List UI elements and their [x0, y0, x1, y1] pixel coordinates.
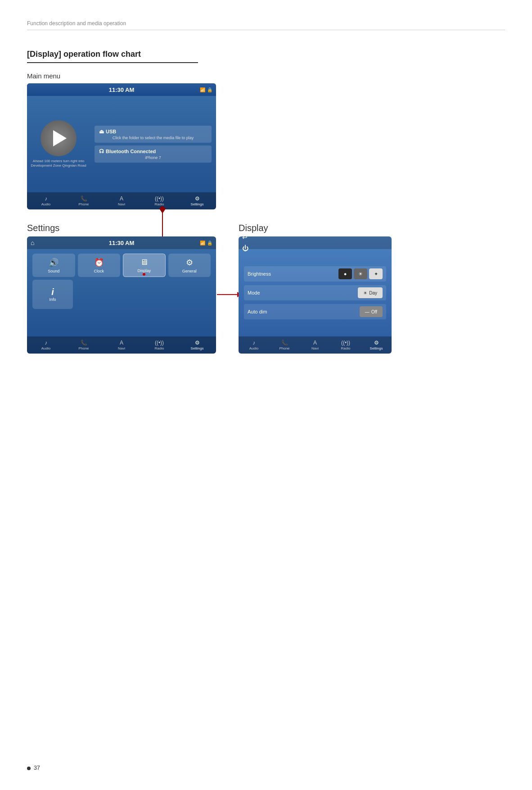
settings-label: Settings: [191, 202, 204, 206]
label-display: Display: [239, 223, 268, 233]
power-button[interactable]: ⏻: [242, 245, 248, 252]
settings-topbar-icons: 📶 🔒: [200, 241, 212, 245]
d-audio-icon: ♪: [252, 340, 255, 346]
general-label: General: [182, 269, 197, 273]
nav-audio[interactable]: ♪ Audio: [27, 195, 65, 206]
brightness-buttons: ● ☀ ✦: [338, 268, 383, 279]
brightness-mid-btn[interactable]: ☀: [354, 268, 367, 279]
arrow-line: [217, 294, 237, 295]
s-phone-label: Phone: [78, 346, 89, 350]
topbar-icons: 📶 🔒: [200, 87, 212, 92]
main-navbar: ♪ Audio 📞 Phone A Navi ((•)) Radio ⚙ Set…: [27, 192, 216, 209]
auto-dim-value: Off: [371, 309, 377, 314]
info-label: Info: [49, 297, 56, 302]
usb-info-box: ⏏ USB Click the folder to select the med…: [95, 126, 212, 143]
settings-display-btn[interactable]: 🖥 Display: [123, 254, 166, 277]
s-audio-icon: ♪: [45, 340, 47, 346]
brightness-label: Brightness: [248, 271, 284, 277]
settings-lock-icon: 🔒: [207, 241, 212, 245]
arrow-right: [217, 292, 242, 297]
radio-icon: ((•)): [155, 195, 164, 202]
settings-grid: 🔊 Sound ⏰ Clock 🖥 Display ⚙ General i In…: [27, 249, 216, 336]
settings-sound-btn[interactable]: 🔊 Sound: [32, 254, 75, 277]
radio-label: Radio: [155, 202, 164, 206]
bt-info-box: ☊ Bluetooth Connected iPhone 7: [95, 145, 212, 163]
display-active-dot: [143, 273, 145, 276]
brightness-light-btn[interactable]: ✦: [369, 268, 383, 279]
mode-day-btn[interactable]: ☀ Day: [358, 287, 383, 298]
settings-nav-phone[interactable]: 📞 Phone: [65, 340, 103, 350]
auto-dim-label: Auto dim: [248, 309, 284, 314]
phone-icon: 📞: [81, 195, 87, 202]
audio-icon: ♪: [45, 195, 47, 202]
display-controls: Brightness ● ☀ ✦ Mode ☀ Day Auto dim —: [239, 249, 392, 336]
settings-general-btn[interactable]: ⚙ General: [168, 254, 211, 277]
page-number: 37: [27, 764, 40, 771]
d-settings-label: Settings: [370, 346, 383, 350]
clock-label: Clock: [94, 269, 104, 273]
brightness-dark-btn[interactable]: ●: [338, 268, 352, 279]
display-nav-audio[interactable]: ♪ Audio: [239, 340, 269, 350]
display-top-btns: ↩ ⏻: [242, 236, 248, 252]
nav-navi[interactable]: A Navi: [103, 195, 140, 206]
page-dot: [27, 767, 31, 770]
display-nav-radio[interactable]: ((•)) Radio: [330, 340, 361, 350]
display-icon: 🖥: [140, 258, 148, 267]
settings-nav-audio[interactable]: ♪ Audio: [27, 340, 65, 350]
main-topbar: 11:30 AM 📶 🔒: [27, 83, 216, 96]
sound-label: Sound: [48, 269, 59, 273]
mode-buttons: ☀ Day: [358, 287, 383, 298]
d-radio-icon: ((•)): [341, 340, 350, 346]
display-topbar: ↩ ⏻: [239, 236, 392, 249]
d-audio-label: Audio: [249, 346, 258, 350]
nav-radio[interactable]: ((•)) Radio: [140, 195, 178, 206]
s-settings-icon: ⚙: [195, 340, 200, 346]
d-phone-label: Phone: [279, 346, 289, 350]
auto-dim-row: Auto dim — Off: [244, 304, 386, 319]
d-navi-label: Navi: [311, 346, 319, 350]
general-icon: ⚙: [186, 258, 193, 268]
s-audio-label: Audio: [41, 346, 50, 350]
settings-clock-btn[interactable]: ⏰ Clock: [78, 254, 121, 277]
main-menu-screen: 11:30 AM 📶 🔒 Ahead 100 meters turn right…: [27, 83, 216, 209]
settings-nav-settings[interactable]: ⚙ Settings: [178, 340, 216, 350]
display-nav-settings[interactable]: ⚙ Settings: [361, 340, 392, 350]
settings-info-btn[interactable]: i Info: [32, 280, 73, 309]
s-navi-label: Navi: [118, 346, 125, 350]
main-left: Ahead 100 meters turn right into Develop…: [27, 96, 90, 192]
settings-icon: ⚙: [195, 195, 200, 202]
s-settings-label: Settings: [191, 346, 204, 350]
settings-nav-radio[interactable]: ((•)) Radio: [140, 340, 178, 350]
dash-icon: —: [365, 309, 370, 314]
arrow-down: [159, 208, 166, 213]
display-nav-navi[interactable]: A Navi: [300, 340, 330, 350]
main-time: 11:30 AM: [109, 86, 135, 93]
nav-arrow-box: [41, 120, 77, 156]
header-text: Function description and media operation: [27, 20, 126, 27]
nav-settings[interactable]: ⚙ Settings: [178, 195, 216, 206]
display-label: Display: [137, 268, 151, 273]
settings-screen: ⌂ 11:30 AM 📶 🔒 🔊 Sound ⏰ Clock 🖥 Display…: [27, 236, 216, 354]
display-navbar: ♪ Audio 📞 Phone A Navi ((•)) Radio ⚙ Set…: [239, 336, 392, 354]
sun-icon: ☀: [363, 291, 367, 295]
home-icon: ⌂: [31, 239, 34, 246]
sound-icon: 🔊: [49, 258, 59, 268]
nav-arrow-icon: [53, 130, 67, 146]
auto-dim-buttons: — Off: [360, 306, 383, 317]
label-settings: Settings: [27, 223, 59, 233]
nav-phone[interactable]: 📞 Phone: [65, 195, 103, 206]
settings-nav-navi[interactable]: A Navi: [103, 340, 140, 350]
d-radio-label: Radio: [341, 346, 351, 350]
info-icon: i: [51, 287, 54, 297]
s-radio-icon: ((•)): [155, 340, 164, 346]
s-radio-label: Radio: [155, 346, 164, 350]
display-nav-phone[interactable]: 📞 Phone: [269, 340, 300, 350]
d-phone-icon: 📞: [281, 340, 288, 346]
audio-label: Audio: [41, 202, 50, 206]
s-phone-icon: 📞: [81, 340, 87, 346]
nav-instruction-text: Ahead 100 meters turn right into Develop…: [31, 159, 86, 168]
auto-dim-off-btn[interactable]: — Off: [360, 306, 383, 317]
back-button[interactable]: ↩: [242, 236, 248, 241]
usb-title: ⏏ USB: [99, 128, 207, 135]
mode-day-label: Day: [369, 291, 377, 295]
